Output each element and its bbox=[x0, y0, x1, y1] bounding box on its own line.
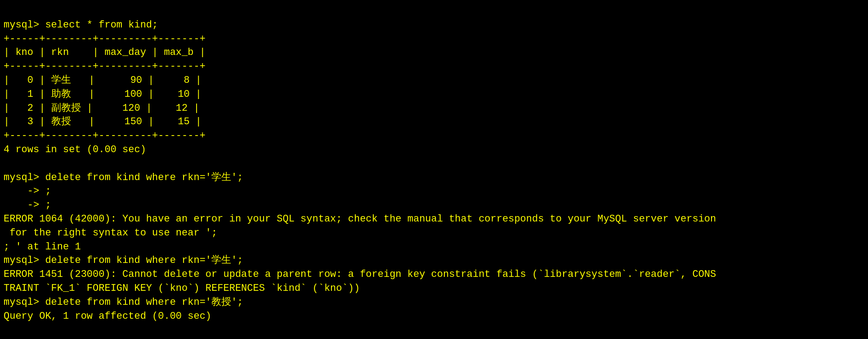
terminal-line: -> ; bbox=[4, 185, 864, 199]
terminal-line: TRAINT `FK_1` FOREIGN KEY (`kno`) REFERE… bbox=[4, 282, 864, 296]
terminal-line: | 2 | 副教授 | 120 | 12 | bbox=[4, 102, 864, 116]
terminal-line: +-----+--------+---------+-------+ bbox=[4, 60, 864, 74]
terminal-line: | 3 | 教授 | 150 | 15 | bbox=[4, 115, 864, 129]
terminal-line: mysql> delete from kind where rkn='学生'; bbox=[4, 171, 864, 185]
terminal-line: 4 rows in set (0.00 sec) bbox=[4, 143, 864, 157]
terminal-line: +-----+--------+---------+-------+ bbox=[4, 32, 864, 46]
terminal-line: +-----+--------+---------+-------+ bbox=[4, 129, 864, 143]
terminal-line: Query OK, 1 row affected (0.00 sec) bbox=[4, 310, 864, 324]
terminal-line: ; ' at line 1 bbox=[4, 240, 864, 254]
terminal-line: | kno | rkn | max_day | max_b | bbox=[4, 46, 864, 60]
terminal-line bbox=[4, 157, 864, 171]
terminal-line: | 0 | 学生 | 90 | 8 | bbox=[4, 74, 864, 88]
terminal-output: mysql> select * from kind;+-----+-------… bbox=[4, 5, 864, 323]
terminal-line: -> ; bbox=[4, 199, 864, 212]
terminal-line: mysql> select * from kind; bbox=[4, 18, 864, 32]
terminal-line: mysql> delete from kind where rkn='学生'; bbox=[4, 254, 864, 268]
terminal-line: | 1 | 助教 | 100 | 10 | bbox=[4, 88, 864, 102]
terminal-line: for the right syntax to use near '; bbox=[4, 226, 864, 240]
terminal-line: ERROR 1064 (42000): You have an error in… bbox=[4, 212, 864, 226]
terminal-line: ERROR 1451 (23000): Cannot delete or upd… bbox=[4, 268, 864, 282]
terminal-line: mysql> delete from kind where rkn='教授'; bbox=[4, 296, 864, 310]
